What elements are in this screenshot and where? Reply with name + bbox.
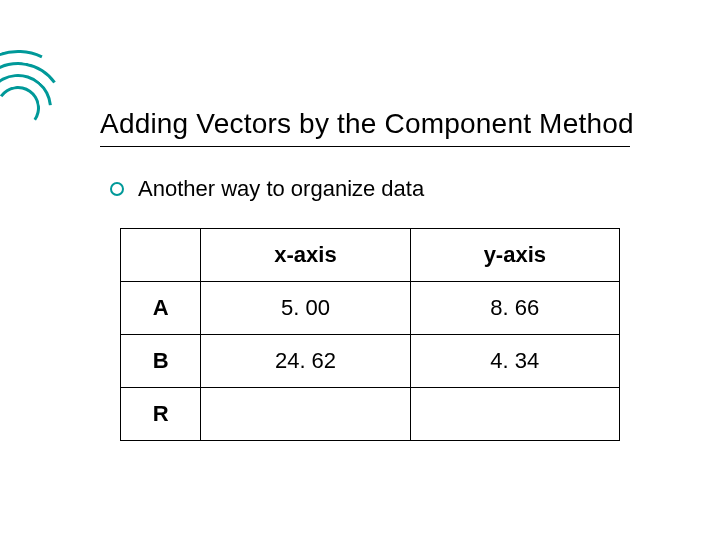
cell-x: 24. 62 <box>201 335 410 388</box>
cell-y: 4. 34 <box>410 335 619 388</box>
table-row: B 24. 62 4. 34 <box>121 335 620 388</box>
cell-y: 8. 66 <box>410 282 619 335</box>
row-label: A <box>121 282 201 335</box>
swirl-decoration <box>0 50 70 160</box>
row-label: R <box>121 388 201 441</box>
components-table: x-axis y-axis A 5. 00 8. 66 B 24. 62 4. … <box>120 228 620 441</box>
table-corner <box>121 229 201 282</box>
table-row: R <box>121 388 620 441</box>
row-label: B <box>121 335 201 388</box>
cell-x: 5. 00 <box>201 282 410 335</box>
bullet-icon <box>110 182 124 196</box>
bullet-item: Another way to organize data <box>110 176 424 202</box>
col-header-y: y-axis <box>410 229 619 282</box>
cell-x <box>201 388 410 441</box>
cell-y <box>410 388 619 441</box>
table-row: A 5. 00 8. 66 <box>121 282 620 335</box>
title-underline <box>100 146 630 147</box>
slide-title: Adding Vectors by the Component Method <box>100 108 634 140</box>
table-header-row: x-axis y-axis <box>121 229 620 282</box>
bullet-text: Another way to organize data <box>138 176 424 202</box>
col-header-x: x-axis <box>201 229 410 282</box>
